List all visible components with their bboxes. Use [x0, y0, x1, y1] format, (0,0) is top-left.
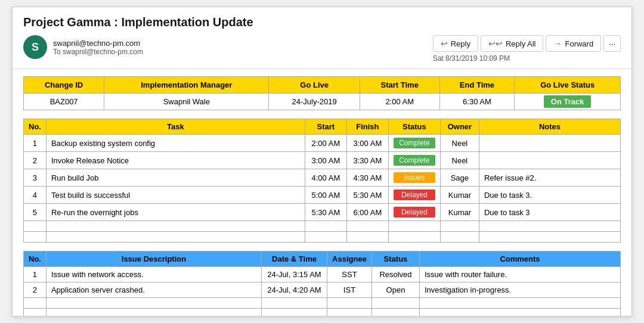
- issue-empty-row: [24, 309, 621, 316]
- summary-go-live-status: On Track: [515, 94, 621, 110]
- issue-no: 2: [24, 282, 47, 298]
- task-owner: Neel: [440, 135, 479, 152]
- status-complete-badge: Complete: [394, 138, 435, 148]
- task-status: Delayed: [388, 187, 440, 204]
- email-title: Project Gamma : Implementation Update: [23, 15, 621, 29]
- task-empty-row: [24, 221, 621, 232]
- tasks-header-no: No.: [24, 119, 47, 135]
- task-name: Test build is successful: [46, 187, 305, 204]
- reply-all-button[interactable]: ↩↩ Reply All: [481, 35, 544, 52]
- task-finish: 3:30 AM: [346, 152, 388, 169]
- task-finish: 5:30 AM: [346, 187, 388, 204]
- issues-header-comments: Comments: [419, 251, 620, 267]
- task-no: 1: [24, 135, 47, 152]
- status-issues-badge: Issues: [394, 172, 435, 183]
- task-status: Issues: [388, 169, 440, 187]
- task-status: Delayed: [388, 204, 440, 221]
- tasks-header-start: Start: [305, 119, 346, 135]
- task-notes: Due to task 3: [479, 204, 620, 221]
- status-complete-badge: Complete: [394, 155, 435, 166]
- task-notes: Refer issue #2.: [479, 169, 620, 187]
- task-notes: [479, 152, 620, 169]
- reply-icon: ↩: [441, 39, 448, 48]
- issues-header-status: Status: [371, 251, 419, 267]
- task-start: 4:00 AM: [305, 169, 346, 187]
- issue-assignee: SST: [327, 267, 371, 282]
- summary-table: Change ID Implementation Manager Go Live…: [23, 76, 621, 110]
- more-button[interactable]: ···: [603, 35, 621, 52]
- issue-comments: Investigation in-progress.: [419, 282, 620, 298]
- task-name: Invoke Release Notice: [46, 152, 305, 169]
- summary-header-change-id: Change ID: [24, 77, 104, 94]
- task-status: Complete: [388, 152, 440, 169]
- email-container: Project Gamma : Implementation Update S …: [12, 7, 632, 316]
- task-row: 2 Invoke Release Notice 3:00 AM 3:30 AM …: [24, 152, 621, 169]
- issues-header-description: Issue Description: [46, 251, 261, 267]
- issues-header-datetime: Date & Time: [261, 251, 327, 267]
- task-row: 3 Run build Job 4:00 AM 4:30 AM Issues S…: [24, 169, 621, 187]
- tasks-header-status: Status: [388, 119, 440, 135]
- task-name: Run build Job: [46, 169, 305, 187]
- task-owner: Kumar: [440, 204, 479, 221]
- issue-comments: Issue with router failure.: [419, 267, 620, 282]
- task-status: Complete: [388, 135, 440, 152]
- task-owner: Neel: [440, 152, 479, 169]
- task-finish: 6:00 AM: [346, 204, 388, 221]
- avatar: S: [23, 35, 47, 59]
- forward-button[interactable]: → Forward: [546, 35, 601, 52]
- task-no: 3: [24, 169, 47, 187]
- email-body: Change ID Implementation Manager Go Live…: [13, 69, 631, 316]
- task-row: 5 Re-run the overnight jobs 5:30 AM 6:00…: [24, 204, 621, 221]
- issue-description: Issue with network access.: [46, 267, 261, 282]
- task-name: Backup existing system config: [46, 135, 305, 152]
- tasks-header-owner: Owner: [440, 119, 479, 135]
- summary-row: BAZ007 Swapnil Wale 24-July-2019 2:00 AM…: [24, 94, 621, 110]
- summary-header-end-time: End Time: [439, 77, 515, 94]
- summary-manager: Swapnil Wale: [104, 94, 269, 110]
- reply-all-icon: ↩↩: [488, 39, 503, 48]
- task-no: 5: [24, 204, 47, 221]
- action-buttons: ↩ Reply ↩↩ Reply All → Forward ···: [433, 35, 621, 52]
- task-start: 3:00 AM: [305, 152, 346, 169]
- issue-datetime: 24-Jul, 3:15 AM: [261, 267, 327, 282]
- issue-status: Resolved: [371, 267, 419, 282]
- task-notes: [479, 135, 620, 152]
- issue-row: 1 Issue with network access. 24-Jul, 3:1…: [24, 267, 621, 282]
- summary-start-time: 2:00 AM: [360, 94, 439, 110]
- summary-go-live: 24-July-2019: [269, 94, 360, 110]
- sender-to: To swapnil@techno-pm.com: [53, 48, 143, 56]
- issues-header-no: No.: [24, 251, 47, 267]
- tasks-header-task: Task: [46, 119, 305, 135]
- task-owner: Kumar: [440, 187, 479, 204]
- tasks-header-finish: Finish: [346, 119, 388, 135]
- email-date: Sat 8/31/2019 10:09 PM: [433, 54, 510, 63]
- task-finish: 3:00 AM: [346, 135, 388, 152]
- task-name: Re-run the overnight jobs: [46, 204, 305, 221]
- email-actions: ↩ Reply ↩↩ Reply All → Forward ··· Sat 8…: [433, 35, 621, 63]
- issue-no: 1: [24, 267, 47, 282]
- issue-row: 2 Application server crashed. 24-Jul, 4:…: [24, 282, 621, 298]
- reply-button[interactable]: ↩ Reply: [433, 35, 478, 52]
- summary-end-time: 6:30 AM: [439, 94, 515, 110]
- task-no: 2: [24, 152, 47, 169]
- issue-empty-row: [24, 298, 621, 309]
- task-start: 5:00 AM: [305, 187, 346, 204]
- issues-table: No. Issue Description Date & Time Assign…: [23, 251, 621, 316]
- email-meta-row: S swapnil@techno-pm.com To swapnil@techn…: [23, 35, 621, 63]
- issue-description: Application server crashed.: [46, 282, 261, 298]
- issue-status: Open: [371, 282, 419, 298]
- email-header: Project Gamma : Implementation Update S …: [13, 7, 631, 69]
- status-delayed-badge: Delayed: [394, 190, 435, 200]
- task-row: 1 Backup existing system config 2:00 AM …: [24, 135, 621, 152]
- summary-header-manager: Implementation Manager: [104, 77, 269, 94]
- task-empty-row: [24, 232, 621, 243]
- tasks-table: No. Task Start Finish Status Owner Notes…: [23, 119, 621, 243]
- summary-change-id: BAZ007: [24, 94, 104, 110]
- task-start: 2:00 AM: [305, 135, 346, 152]
- status-delayed-badge: Delayed: [394, 207, 435, 218]
- issue-datetime: 24-Jul, 4:20 AM: [261, 282, 327, 298]
- forward-icon: →: [553, 39, 562, 48]
- sender-info: swapnil@techno-pm.com To swapnil@techno-…: [53, 39, 143, 56]
- sender-email: swapnil@techno-pm.com: [53, 39, 143, 48]
- task-owner: Sage: [440, 169, 479, 187]
